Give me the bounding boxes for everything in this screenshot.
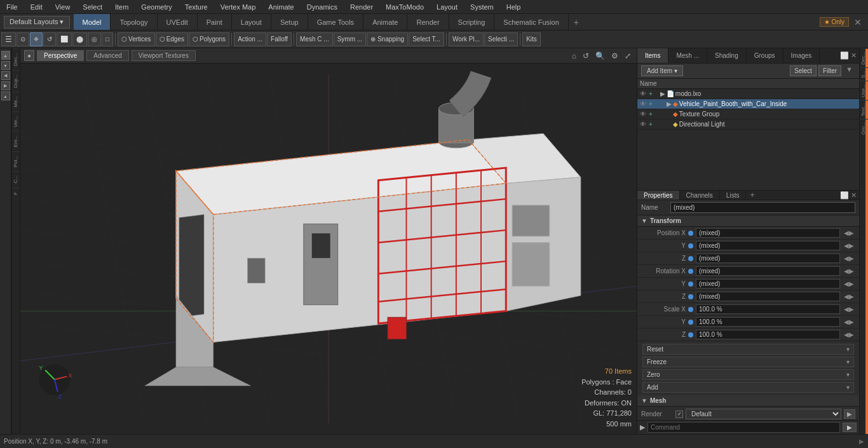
rotation-z-dot[interactable]	[688, 294, 693, 299]
layout-tab-setup[interactable]: Setup	[271, 14, 308, 30]
rotation-y-input[interactable]	[696, 279, 840, 288]
tool-select-move[interactable]: ⌖	[30, 32, 43, 46]
layout-tab-uvedit[interactable]: UVEdit	[158, 14, 198, 30]
freeze-button[interactable]: Freeze ▾	[642, 356, 854, 367]
tool-transform[interactable]: ⬤	[72, 32, 87, 46]
right-label-dup[interactable]: Dup...	[12, 70, 20, 92]
menu-animate[interactable]: Animate	[266, 2, 296, 12]
props-tab-channels[interactable]: Channels	[680, 191, 720, 200]
position-x-dot[interactable]	[688, 231, 693, 236]
tool-pts[interactable]: □	[102, 32, 113, 46]
viewport-tab-textures[interactable]: Viewport Textures	[132, 50, 196, 61]
transform-section-header[interactable]: ▼ Transform	[637, 215, 859, 227]
tool-falloff[interactable]: Falloff	[267, 32, 292, 46]
viewport-tab-perspective[interactable]: Perspective	[37, 50, 84, 61]
tree-eye-texture[interactable]: 👁	[640, 111, 646, 118]
props-tab-add[interactable]: +	[746, 191, 758, 200]
left-sidebar-btn-3[interactable]: ◀	[1, 71, 10, 80]
viewport-tab-advanced[interactable]: Advanced	[86, 50, 128, 61]
tree-row-texture[interactable]: 👁 + ◆ Texture Group	[637, 109, 859, 119]
rotation-x-key[interactable]: ◀▶	[843, 268, 855, 275]
menu-layout[interactable]: Layout	[434, 2, 460, 12]
scale-x-input[interactable]	[696, 304, 840, 314]
position-z-input[interactable]	[696, 254, 840, 263]
viewport-canvas[interactable]: X Y Z 70 Items Polygons : Face Channels:…	[20, 64, 637, 434]
left-sidebar-btn-4[interactable]: ▶	[1, 81, 10, 90]
scale-y-key[interactable]: ◀▶	[843, 318, 855, 325]
position-x-key[interactable]: ◀▶	[843, 229, 855, 236]
menu-file[interactable]: File	[4, 2, 20, 12]
right-label-pol[interactable]: Pol...	[12, 151, 20, 171]
panel-expand-btn[interactable]: ⬜	[840, 51, 849, 60]
menu-help[interactable]: Help	[504, 2, 524, 12]
position-y-input[interactable]	[696, 241, 840, 250]
left-sidebar-btn-5[interactable]: ▲	[1, 92, 10, 100]
menu-dynamics[interactable]: Dynamics	[304, 2, 340, 12]
tool-select-t[interactable]: Select T...	[409, 32, 444, 46]
reset-button[interactable]: Reset ▾	[642, 344, 854, 355]
props-tab-properties[interactable]: Properties	[637, 191, 680, 200]
layout-tab-animate[interactable]: Animate	[363, 14, 407, 30]
right-label-use[interactable]: Use...	[860, 81, 868, 100]
command-run-btn[interactable]: ▶	[843, 423, 857, 432]
command-expand-btn[interactable]: ▶	[640, 423, 645, 431]
name-field[interactable]	[670, 202, 855, 213]
left-sidebar-btn-2[interactable]: ▼	[1, 61, 10, 70]
layout-tab-paint[interactable]: Paint	[198, 14, 232, 30]
props-tab-lists[interactable]: Lists	[720, 191, 747, 200]
right-label-ver[interactable]: Ver...	[12, 111, 20, 131]
menu-system[interactable]: System	[468, 2, 496, 12]
menu-select[interactable]: Select	[80, 2, 105, 12]
scale-x-dot[interactable]	[688, 307, 693, 312]
tool-snap[interactable]: ◎	[88, 32, 101, 46]
layout-only-btn[interactable]: ★ Only	[820, 17, 849, 27]
rotation-y-key[interactable]: ◀▶	[843, 280, 855, 287]
command-input[interactable]	[648, 422, 840, 433]
right-label-gro[interactable]: Gro...	[860, 119, 868, 137]
position-z-key[interactable]: ◀▶	[843, 255, 855, 262]
viewport-zoom-btn[interactable]: 🔍	[593, 51, 607, 60]
panel-close-btn[interactable]: ✕	[851, 51, 857, 60]
tree-plus-vehicle[interactable]: +	[649, 100, 653, 107]
tree-row-vehicle[interactable]: 👁 + ▶ ◆ Vehicle_Paint_Booth_with_Car_Ins…	[637, 99, 859, 109]
right-label-dec2[interactable]: Dec...	[860, 48, 868, 67]
right-label-c[interactable]: C...	[12, 171, 20, 187]
panel-tab-images[interactable]: Images	[783, 48, 820, 63]
menu-geometry[interactable]: Geometry	[139, 2, 174, 12]
menu-vertex-map[interactable]: Vertex Map	[218, 2, 259, 12]
tool-toggle-panels[interactable]: ☰	[1, 32, 16, 46]
scale-z-dot[interactable]	[688, 332, 693, 337]
layout-tab-add[interactable]: +	[569, 14, 584, 30]
viewport[interactable]: ● Perspective Advanced Viewport Textures…	[20, 48, 637, 434]
add-item-button[interactable]: Add Item ▾	[641, 65, 683, 76]
menu-texture[interactable]: Texture	[182, 2, 210, 12]
layout-tab-model[interactable]: Model	[74, 14, 111, 30]
layout-tab-topology[interactable]: Topology	[111, 14, 157, 30]
mesh-render-dropdown[interactable]: Default	[686, 409, 841, 419]
layout-selector[interactable]: Default Layouts ▾	[4, 16, 70, 29]
props-expand-btn[interactable]: ⬜	[840, 191, 849, 200]
tool-world[interactable]: ⊙	[17, 32, 29, 46]
tool-edges-mode[interactable]: ⬡ Edges	[156, 32, 188, 46]
position-x-input[interactable]	[696, 228, 840, 238]
panel-tab-shading[interactable]: Shading	[707, 48, 747, 63]
right-label-dec[interactable]: Dec...	[12, 48, 20, 70]
layout-tab-render[interactable]: Render	[407, 14, 449, 30]
mesh-section-header[interactable]: ▼ Mesh	[637, 395, 859, 407]
select-btn[interactable]: Select	[790, 65, 817, 76]
position-z-dot[interactable]	[688, 256, 693, 261]
tree-eye-vehicle[interactable]: 👁	[640, 100, 646, 107]
zero-button[interactable]: Zero ▾	[642, 369, 854, 380]
tool-action[interactable]: Action ...	[234, 32, 266, 46]
panel-tab-items[interactable]: Items	[637, 48, 668, 63]
tool-kits[interactable]: Kits	[522, 32, 541, 46]
tool-snapping[interactable]: ⊕ Snapping	[367, 32, 408, 46]
position-y-dot[interactable]	[688, 243, 693, 248]
menu-edit[interactable]: Edit	[28, 2, 45, 12]
mesh-arrow-btn[interactable]: ▶	[844, 409, 855, 419]
rotation-z-key[interactable]: ◀▶	[843, 293, 855, 300]
right-label-em[interactable]: Em...	[12, 131, 20, 151]
scale-y-input[interactable]	[696, 317, 840, 327]
right-label-text[interactable]: Text...	[860, 100, 868, 119]
add-button[interactable]: Add ▾	[642, 382, 854, 393]
